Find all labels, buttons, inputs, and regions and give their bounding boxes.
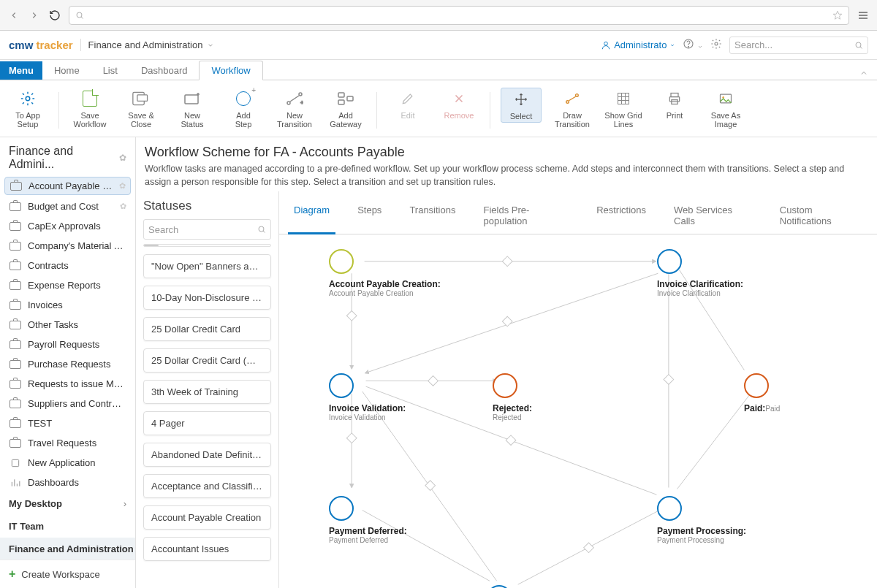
gear-icon[interactable]	[710, 38, 722, 52]
add-gateway-button[interactable]: Add Gateway	[325, 88, 366, 130]
node-payment-processing[interactable]: Payment Processing:Payment Processing	[657, 496, 682, 521]
sidebar-title: Finance and Admini... ✿	[0, 137, 135, 175]
tab-home[interactable]: Home	[42, 61, 91, 80]
status-item[interactable]: "Now Open" Banners and/...	[143, 254, 271, 278]
sidebar-item-10[interactable]: Requests to issue Mat...	[0, 374, 135, 394]
edit-button: Edit	[387, 88, 428, 121]
status-item[interactable]: 3th Week of Training	[143, 380, 271, 404]
svg-rect-24	[12, 459, 18, 466]
tab-list[interactable]: List	[91, 61, 129, 80]
sidebar-item-4[interactable]: Contracts	[0, 256, 135, 275]
sidebar-item-3[interactable]: Company's Material A...	[0, 236, 135, 256]
workflow-tabs: Diagram Steps Transitions Fields Pre-pop…	[279, 191, 877, 234]
create-workspace-button[interactable]: +Create Workspace	[0, 560, 135, 588]
reload-icon[interactable]	[48, 9, 61, 22]
gear-icon[interactable]: ✿	[120, 202, 126, 211]
node-invoice-validation[interactable]: Invoice Validation:Invoice Validation	[329, 373, 354, 398]
status-item[interactable]: 4 Pager	[143, 411, 271, 435]
sidebar-item-8[interactable]: Payroll Requests	[0, 335, 135, 354]
status-item[interactable]: 25 Dollar Credit Card	[143, 317, 271, 341]
tab-dashboard[interactable]: Dashboard	[129, 61, 200, 80]
statuses-search[interactable]: Search	[143, 219, 271, 240]
forward-icon[interactable]	[28, 9, 41, 22]
node-account-creation[interactable]: Account Payable Creation:Account Payable…	[329, 249, 354, 274]
sidebar-item-15[interactable]: Dashboards	[0, 473, 135, 492]
new-transition-button[interactable]: + New Transition	[274, 88, 315, 130]
wf-tab-webservices[interactable]: Web Services Calls	[668, 200, 758, 234]
sidebar-item-12[interactable]: TEST	[0, 413, 135, 433]
wf-tab-fields[interactable]: Fields Pre-population	[477, 200, 574, 234]
collapse-ribbon-icon[interactable]	[851, 69, 877, 80]
star-icon[interactable]	[832, 10, 843, 20]
sidebar-item-5[interactable]: Expense Reports	[0, 275, 135, 295]
briefcase-icon	[9, 399, 22, 409]
workspace-selector[interactable]: Finance and Administration	[81, 39, 222, 50]
status-item[interactable]: Accountant Issues	[143, 537, 271, 561]
briefcase-icon	[9, 202, 22, 212]
diagram-canvas[interactable]: Account Payable Creation:Account Payable…	[279, 234, 877, 588]
status-item[interactable]: Account Payable Creation	[143, 505, 271, 530]
add-step-button[interactable]: + Add Step	[223, 88, 264, 130]
sidebar-item-0[interactable]: Account Payable Requ...✿	[4, 177, 131, 195]
wf-tab-notifications[interactable]: Custom Notifications	[774, 200, 868, 234]
back-icon[interactable]	[7, 9, 20, 22]
browser-chrome	[0, 0, 877, 31]
status-item[interactable]: Abandoned Date Definition	[143, 443, 271, 467]
gear-icon[interactable]: ✿	[119, 181, 126, 191]
sidebar-item-1[interactable]: Budget and Cost✿	[0, 196, 135, 216]
sidebar-item-13[interactable]: Travel Requests	[0, 433, 135, 453]
save-close-button[interactable]: Save & Close	[121, 88, 162, 130]
node-invoice-clarification[interactable]: Invoice Clarification:Invoice Clarificat…	[657, 249, 682, 274]
save-as-image-button[interactable]: Save As Image	[705, 88, 746, 130]
sidebar-item-7[interactable]: Other Tasks	[0, 315, 135, 335]
svg-rect-45	[584, 543, 594, 553]
briefcase-icon	[9, 359, 22, 370]
node-payment-deferred[interactable]: Payment Deferred:Payment Deferred	[329, 496, 354, 521]
briefcase-icon	[9, 280, 22, 291]
node-rejected[interactable]: Rejected:Rejected	[493, 373, 517, 398]
sidebar-group-1[interactable]: IT Team	[0, 515, 135, 538]
sidebar-group-0[interactable]: My Desktop›	[0, 492, 135, 515]
sidebar-group-2[interactable]: Finance and Administration	[0, 538, 135, 560]
save-workflow-button[interactable]: Save Workflow	[69, 88, 110, 130]
svg-rect-31	[502, 316, 512, 327]
draw-transition-button[interactable]: Draw Transition	[552, 88, 593, 130]
sidebar-item-2[interactable]: CapEx Approvals	[0, 216, 135, 236]
chevron-down-icon	[207, 42, 214, 49]
page-title: Workflow Scheme for FA - Accounts Payabl…	[145, 145, 868, 160]
tab-workflow[interactable]: Workflow	[199, 61, 262, 80]
scrollbar[interactable]	[143, 244, 271, 247]
show-grid-button[interactable]: Show Grid Lines	[603, 88, 644, 130]
select-button[interactable]: Select	[501, 88, 542, 123]
node-paid[interactable]: Paid:Paid	[744, 373, 769, 398]
svg-line-46	[362, 511, 490, 581]
status-item[interactable]: 10-Day Non-Disclosure Init...	[143, 286, 271, 310]
sidebar-item-9[interactable]: Purchase Requests	[0, 354, 135, 374]
user-menu[interactable]: Administrato	[601, 39, 675, 50]
help-icon[interactable]	[683, 38, 703, 52]
svg-rect-8	[137, 95, 148, 102]
svg-rect-41	[664, 375, 674, 385]
sidebar-item-14[interactable]: New Application	[0, 453, 135, 473]
sidebar-item-11[interactable]: Suppliers and Contrac...	[0, 394, 135, 413]
global-search[interactable]: Search...	[729, 37, 868, 54]
logo: cmw tracker	[9, 39, 81, 51]
status-item[interactable]: 25 Dollar Credit Card (Moc...	[143, 348, 271, 373]
to-app-setup-button[interactable]: To App Setup	[7, 88, 48, 130]
wf-tab-steps[interactable]: Steps	[352, 200, 387, 234]
status-item[interactable]: Acceptance and Classificati...	[143, 474, 271, 498]
new-status-button[interactable]: New Status	[172, 88, 213, 130]
svg-rect-37	[425, 481, 436, 491]
app-header: cmw tracker Finance and Administration A…	[0, 31, 877, 60]
statuses-title: Statuses	[143, 199, 271, 213]
menu-button[interactable]: Menu	[0, 61, 42, 80]
node-bottom[interactable]	[487, 585, 512, 588]
sidebar-item-6[interactable]: Invoices	[0, 295, 135, 315]
wf-tab-diagram[interactable]: Diagram	[288, 200, 335, 234]
print-button[interactable]: Print	[654, 88, 695, 121]
url-bar[interactable]	[69, 6, 849, 25]
wf-tab-transitions[interactable]: Transitions	[403, 200, 461, 234]
gear-icon[interactable]: ✿	[119, 153, 126, 163]
hamburger-icon[interactable]	[857, 9, 870, 22]
wf-tab-restrictions[interactable]: Restrictions	[591, 200, 652, 234]
